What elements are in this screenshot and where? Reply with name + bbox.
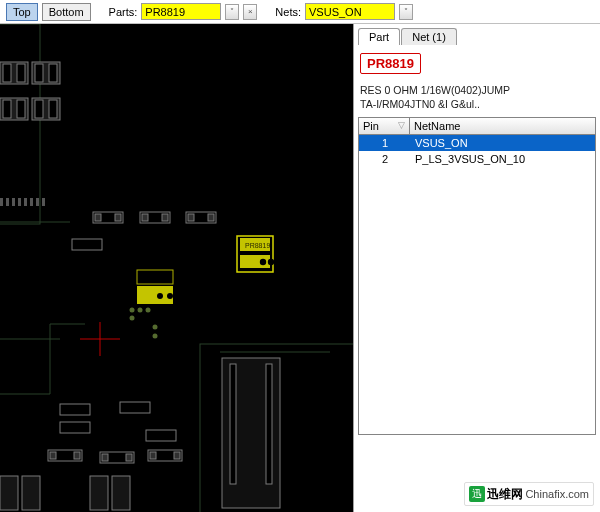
- nets-dropdown-icon[interactable]: ˅: [399, 4, 413, 20]
- svg-point-65: [260, 259, 266, 265]
- svg-rect-13: [49, 64, 57, 82]
- tab-net[interactable]: Net (1): [401, 28, 457, 45]
- svg-rect-25: [30, 198, 33, 206]
- svg-rect-43: [120, 402, 150, 413]
- svg-rect-47: [146, 430, 176, 441]
- svg-rect-9: [3, 64, 11, 82]
- top-toolbar: Top Bottom Parts: ˅ × Nets: ˅: [0, 0, 600, 24]
- pcb-canvas: PR8819: [0, 24, 353, 512]
- svg-rect-32: [142, 214, 148, 221]
- svg-rect-12: [35, 64, 43, 82]
- svg-rect-54: [112, 476, 130, 510]
- svg-rect-35: [188, 214, 194, 221]
- sort-icon[interactable]: ▽: [398, 120, 405, 130]
- svg-rect-10: [17, 64, 25, 82]
- highlighted-part[interactable]: PR8819: [237, 236, 274, 272]
- svg-rect-19: [49, 100, 57, 118]
- svg-point-57: [146, 308, 151, 313]
- watermark: 迅 迅维网 Chinafix.com: [464, 482, 594, 506]
- svg-rect-26: [36, 198, 39, 206]
- svg-text:PR8819: PR8819: [245, 242, 270, 249]
- svg-rect-42: [74, 452, 80, 459]
- parts-clear-icon[interactable]: ×: [243, 4, 257, 20]
- parts-input[interactable]: [141, 3, 221, 20]
- column-netname[interactable]: NetName: [410, 117, 596, 135]
- svg-rect-0: [0, 24, 40, 224]
- svg-rect-23: [18, 198, 21, 206]
- svg-rect-16: [17, 100, 25, 118]
- svg-rect-18: [35, 100, 43, 118]
- svg-rect-30: [115, 214, 121, 221]
- watermark-cn: 迅维网: [487, 486, 523, 503]
- table-row[interactable]: 2P_LS_3VSUS_ON_10: [359, 151, 595, 167]
- watermark-en: Chinafix.com: [525, 488, 589, 500]
- svg-rect-37: [72, 239, 102, 250]
- svg-rect-15: [3, 100, 11, 118]
- svg-rect-49: [150, 452, 156, 459]
- pcb-viewport[interactable]: PR8819: [0, 24, 353, 512]
- panel-tabs: Part Net (1): [354, 24, 600, 45]
- svg-point-55: [130, 308, 135, 313]
- column-pin[interactable]: Pin▽: [358, 117, 410, 135]
- pin-table: Pin▽ NetName 1VSUS_ON2P_LS_3VSUS_ON_10: [358, 117, 596, 435]
- svg-rect-51: [0, 476, 18, 510]
- part-name: PR8819: [360, 53, 421, 74]
- svg-rect-52: [22, 476, 40, 510]
- info-panel: Part Net (1) PR8819 RES 0 OHM 1/16W(0402…: [353, 24, 600, 512]
- main-area: PR8819 Part Net: [0, 24, 600, 512]
- layer-bottom-button[interactable]: Bottom: [42, 3, 91, 21]
- nets-input[interactable]: [305, 3, 395, 20]
- parts-dropdown-icon[interactable]: ˅: [225, 4, 239, 20]
- nets-label: Nets:: [275, 6, 301, 18]
- svg-rect-46: [126, 454, 132, 461]
- svg-rect-41: [50, 452, 56, 459]
- svg-rect-29: [95, 214, 101, 221]
- part-description: RES 0 OHM 1/16W(0402)JUMPTA-I/RM04JTN0 &…: [360, 84, 594, 111]
- svg-rect-20: [0, 198, 3, 206]
- parts-label: Parts:: [109, 6, 138, 18]
- svg-point-56: [138, 308, 143, 313]
- svg-point-58: [130, 316, 135, 321]
- svg-rect-27: [42, 198, 45, 206]
- svg-point-66: [268, 259, 274, 265]
- svg-rect-50: [174, 452, 180, 459]
- part-name-box: PR8819: [360, 53, 594, 74]
- svg-point-69: [157, 293, 163, 299]
- svg-rect-24: [24, 198, 27, 206]
- svg-point-70: [167, 293, 173, 299]
- svg-rect-36: [208, 214, 214, 221]
- table-row[interactable]: 1VSUS_ON: [359, 135, 595, 151]
- svg-rect-22: [12, 198, 15, 206]
- tab-part[interactable]: Part: [358, 28, 400, 45]
- svg-point-60: [153, 325, 158, 330]
- svg-rect-33: [162, 214, 168, 221]
- svg-rect-68: [137, 270, 173, 284]
- svg-rect-38: [60, 404, 90, 415]
- svg-rect-53: [90, 476, 108, 510]
- svg-rect-72: [230, 364, 236, 484]
- svg-rect-45: [102, 454, 108, 461]
- svg-rect-21: [6, 198, 9, 206]
- svg-rect-39: [60, 422, 90, 433]
- svg-rect-73: [266, 364, 272, 484]
- layer-top-button[interactable]: Top: [6, 3, 38, 21]
- svg-point-59: [153, 334, 158, 339]
- watermark-badge-icon: 迅: [469, 486, 485, 502]
